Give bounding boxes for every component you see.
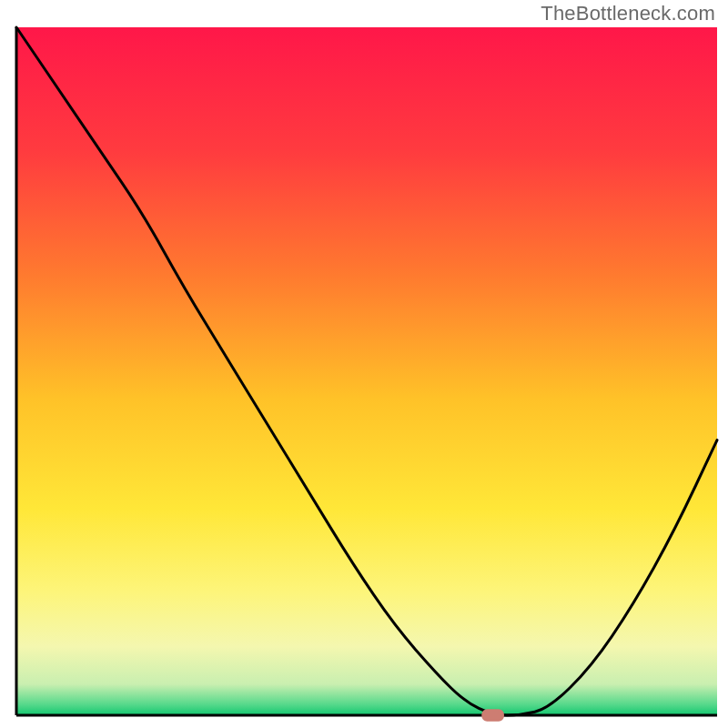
watermark-label: TheBottleneck.com <box>541 2 715 25</box>
current-point-marker <box>481 709 504 722</box>
bottleneck-chart <box>0 0 728 728</box>
plot-background <box>16 27 717 715</box>
chart-container: TheBottleneck.com <box>0 0 728 728</box>
